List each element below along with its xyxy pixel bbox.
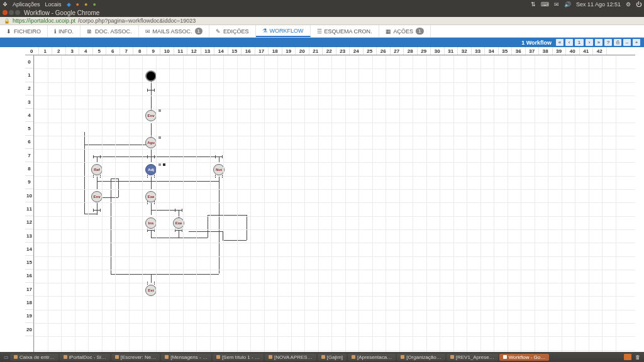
tab-info[interactable]: ℹINFO. [48, 25, 80, 37]
tab-ficheiro[interactable]: ⬇FICHEIRO [0, 25, 48, 37]
power-icon[interactable]: ⏻ [636, 1, 641, 8]
minimize-icon[interactable] [9, 10, 14, 15]
node-est[interactable]: Est [145, 285, 157, 296]
url-host: https://iportaldoc.ucoip.pt [13, 18, 75, 24]
ruler-horizontal: 0123456789101112131415161718192021222324… [25, 47, 635, 55]
close-icon[interactable] [3, 10, 8, 15]
task-item[interactable]: iPortalDoc - Si… [60, 354, 110, 361]
zoom-out-icon[interactable]: – [623, 39, 631, 46]
task-item[interactable]: Caixa de entr… [10, 354, 58, 361]
prev-button[interactable]: ‹ [565, 39, 573, 46]
url-path: /corpo.php?pagina=workflowdoc&iddoc=1902… [78, 18, 196, 24]
task-item[interactable]: [Mensagens - … [161, 354, 211, 361]
task-item[interactable]: [Escrever: Ne… [111, 354, 160, 361]
print-icon[interactable]: ⎙ [614, 39, 621, 46]
window-title: Workflow - Google Chrome [24, 9, 99, 16]
tab-acoes[interactable]: ▦AÇÕES1 [379, 25, 431, 37]
task-item[interactable]: [Sem título 1 - … [213, 354, 264, 361]
volume-icon[interactable]: 🔊 [564, 1, 571, 8]
clock[interactable]: Sex 11 Ago 12:51 [576, 1, 621, 8]
task-item[interactable]: [Organização… [397, 354, 445, 361]
os-taskbar: ▭ Caixa de entr… iPortalDoc - Si… [Escre… [0, 352, 644, 362]
node-env1[interactable]: Env [145, 110, 157, 121]
task-item-active[interactable]: Workflow - Go… [499, 354, 550, 361]
node-env2[interactable]: Env [91, 191, 103, 202]
lock-icon: 🔒 [4, 18, 10, 24]
node-start[interactable] [145, 70, 157, 82]
network-icon[interactable]: ⇅ [531, 1, 536, 8]
workflow-count-label: 1 Workflow [521, 40, 552, 46]
node-adj[interactable]: Adj [145, 164, 157, 175]
next-button[interactable]: › [586, 39, 593, 46]
node-ins[interactable]: Ins [145, 217, 157, 229]
menu-places[interactable]: Locais [45, 1, 62, 8]
keyboard-icon[interactable]: ⌨ [541, 1, 549, 8]
window-titlebar: Workflow - Google Chrome [0, 8, 644, 17]
tab-workflow[interactable]: ⚗WORKFLOW [256, 25, 311, 37]
tray-icon[interactable] [624, 354, 631, 360]
task-item[interactable]: [NOVA APRES… [265, 354, 316, 361]
task-item[interactable]: [Gajim] [318, 354, 347, 361]
diagram-canvas[interactable]: Env Agu Ref Adj Not Env Exe Ins Exe Est [34, 55, 635, 352]
address-bar[interactable]: 🔒 https://iportaldoc.ucoip.pt /corpo.php… [0, 17, 644, 25]
trash-icon[interactable]: 🗑 [635, 354, 640, 360]
workflow-toolbar: 1 Workflow « ‹ 1 › » ? ⎙ – + [0, 38, 644, 47]
app-tabs: ⬇FICHEIRO ℹINFO. 🗎DOC. ASSOC. ✉MAILS ASS… [0, 25, 644, 38]
menu-applications[interactable]: Aplicações [13, 1, 40, 8]
maximize-icon[interactable] [15, 10, 20, 15]
node-ref[interactable]: Ref [91, 164, 103, 175]
zoom-in-icon[interactable]: + [633, 39, 640, 46]
page-number[interactable]: 1 [575, 39, 584, 46]
tab-esquema[interactable]: ☰ESQUEMA CRON. [311, 25, 379, 37]
gear-icon[interactable]: ⚙ [626, 1, 631, 8]
tab-edicoes[interactable]: ✎EDIÇÕES [209, 25, 256, 37]
show-desktop-icon[interactable]: ▭ [4, 354, 9, 360]
first-button[interactable]: « [556, 39, 564, 46]
workflow-diagram: 0123456789101112131415161718192021222324… [0, 47, 644, 352]
task-item[interactable]: [Apresentaca… [348, 354, 396, 361]
os-menubar: ❖ Aplicações Locais ◆●●● ⇅ ⌨ ✉ 🔊 Sex 11 … [0, 0, 644, 8]
ruler-vertical: 01234567891011121314151617181920 [25, 55, 34, 352]
mail-icon[interactable]: ✉ [554, 1, 559, 8]
last-button[interactable]: » [595, 39, 602, 46]
node-exe1[interactable]: Exe [145, 191, 157, 202]
task-item[interactable]: [REV1_Aprese… [447, 354, 498, 361]
tab-mails-assoc[interactable]: ✉MAILS ASSOC.1 [139, 25, 209, 37]
help-button[interactable]: ? [604, 39, 612, 46]
node-agu[interactable]: Agu [145, 137, 157, 148]
tab-doc-assoc[interactable]: 🗎DOC. ASSOC. [80, 25, 139, 37]
